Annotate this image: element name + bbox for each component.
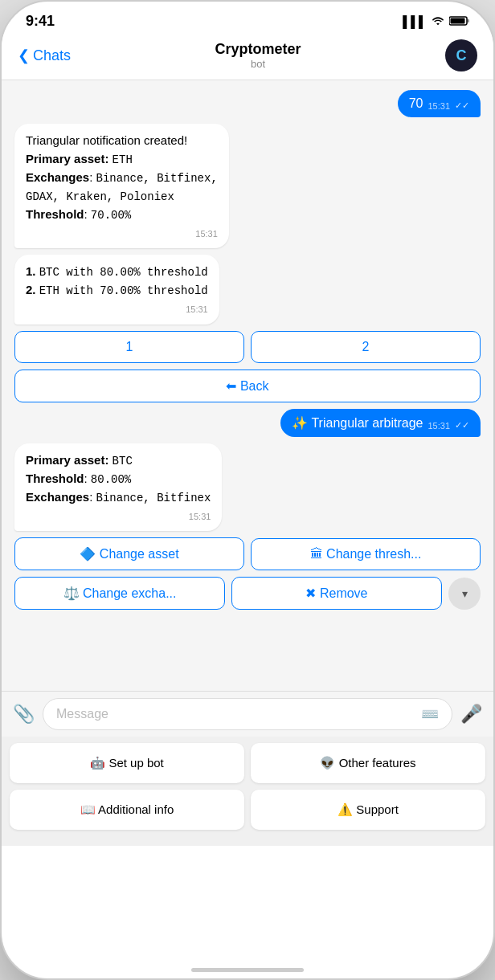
chat-subtitle: bot xyxy=(215,58,301,70)
other-features-button[interactable]: 👽 Other features xyxy=(251,743,485,783)
keyboard-icon: ⌨️ xyxy=(421,705,439,723)
message-in-btc: Primary asset: BTC Threshold: 80.00% Exc… xyxy=(14,443,222,532)
action-buttons-area: 🔷 Change asset 🏛 Change thresh... ⚖️ Cha… xyxy=(14,537,481,610)
chevron-down-icon: ▾ xyxy=(462,587,468,600)
message-line: 1. BTC with 80.00% threshold xyxy=(26,263,208,281)
change-asset-button[interactable]: 🔷 Change asset xyxy=(14,537,244,570)
message-line: Primary asset: BTC xyxy=(26,451,211,470)
attach-icon[interactable]: 📎 xyxy=(13,704,35,725)
message-line: Primary asset: ETH xyxy=(26,150,218,169)
additional-info-button[interactable]: 📖 Additional info xyxy=(10,790,244,830)
chevron-left-icon: ❮ xyxy=(18,47,30,64)
avatar-letter: C xyxy=(456,47,467,64)
message-in-notification: Triangular notification created! Primary… xyxy=(14,124,229,248)
kb-button-2[interactable]: 2 xyxy=(251,331,481,363)
back-label: Chats xyxy=(33,47,71,64)
message-input-wrap[interactable]: Message ⌨️ xyxy=(43,698,452,730)
chat-area: 70 15:31 ✓✓ Triangular notification crea… xyxy=(2,80,493,691)
battery-icon xyxy=(449,15,469,28)
back-button[interactable]: ❮ Chats xyxy=(18,47,71,64)
setup-bot-button[interactable]: 🤖 Set up bot xyxy=(10,743,244,783)
remove-button[interactable]: ✖ Remove xyxy=(231,577,442,610)
kb-button-back[interactable]: ⬅ Back xyxy=(14,370,481,402)
notch xyxy=(175,2,320,29)
message-line: Threshold: 70.00% xyxy=(26,206,218,224)
svg-rect-1 xyxy=(451,18,465,23)
message-line: Exchanges: Binance, Bitfinex xyxy=(26,488,211,507)
avatar[interactable]: C xyxy=(445,39,477,71)
message-line: 2. ETH with 70.00% threshold xyxy=(26,281,208,300)
change-threshold-button[interactable]: 🏛 Change thresh... xyxy=(251,538,481,570)
message-time: 15:31 xyxy=(26,510,211,524)
svg-rect-2 xyxy=(467,19,469,22)
message-line: Triangular notification created! xyxy=(26,132,218,150)
message-text: ✨ Triangular arbitrage xyxy=(292,415,423,431)
message-time: 15:31 xyxy=(428,421,450,431)
wifi-icon xyxy=(432,15,444,28)
read-receipts: ✓✓ xyxy=(455,420,469,431)
message-line: Exchanges: Binance, Bitfinex, xyxy=(26,169,218,187)
message-time: 15:31 xyxy=(26,303,208,316)
message-time: 15:31 xyxy=(26,227,218,241)
support-button[interactable]: ⚠️ Support xyxy=(251,790,485,830)
action-row-1: 🔷 Change asset 🏛 Change thresh... xyxy=(14,537,481,570)
change-exchange-button[interactable]: ⚖️ Change excha... xyxy=(14,577,225,610)
message-placeholder: Message xyxy=(56,707,108,721)
read-receipts: ✓✓ xyxy=(455,100,469,111)
phone-frame: 9:41 ▌▌▌ ❮ Chats Cryptometer bot C 70 xyxy=(0,0,495,980)
message-time: 15:31 xyxy=(428,101,450,111)
nav-title-area: Cryptometer bot xyxy=(215,41,301,70)
home-indicator xyxy=(191,968,304,972)
action-row-2: ⚖️ Change excha... ✖ Remove ▾ xyxy=(14,577,481,610)
status-icons: ▌▌▌ xyxy=(403,15,469,28)
expand-button[interactable]: ▾ xyxy=(448,578,481,610)
mic-icon[interactable]: 🎤 xyxy=(460,704,482,725)
bottom-panel: 🤖 Set up bot 👽 Other features 📖 Addition… xyxy=(2,737,493,846)
message-in-list: 1. BTC with 80.00% threshold 2. ETH with… xyxy=(14,255,219,325)
kb-button-1[interactable]: 1 xyxy=(14,331,244,363)
signal-icon: ▌▌▌ xyxy=(403,15,427,28)
nav-bar: ❮ Chats Cryptometer bot C xyxy=(2,35,493,80)
message-text: 70 xyxy=(409,96,423,111)
message-line: Threshold: 80.00% xyxy=(26,470,211,488)
chat-title: Cryptometer xyxy=(215,41,301,58)
status-time: 9:41 xyxy=(26,13,55,30)
message-line: GDAX, Kraken, Poloniex xyxy=(26,187,218,206)
keyboard-buttons-12: 1 2 xyxy=(14,331,481,363)
input-bar: 📎 Message ⌨️ 🎤 xyxy=(2,691,493,737)
message-out-arbitrage: ✨ Triangular arbitrage 15:31 ✓✓ xyxy=(280,409,481,437)
message-out-70: 70 15:31 ✓✓ xyxy=(398,90,481,117)
